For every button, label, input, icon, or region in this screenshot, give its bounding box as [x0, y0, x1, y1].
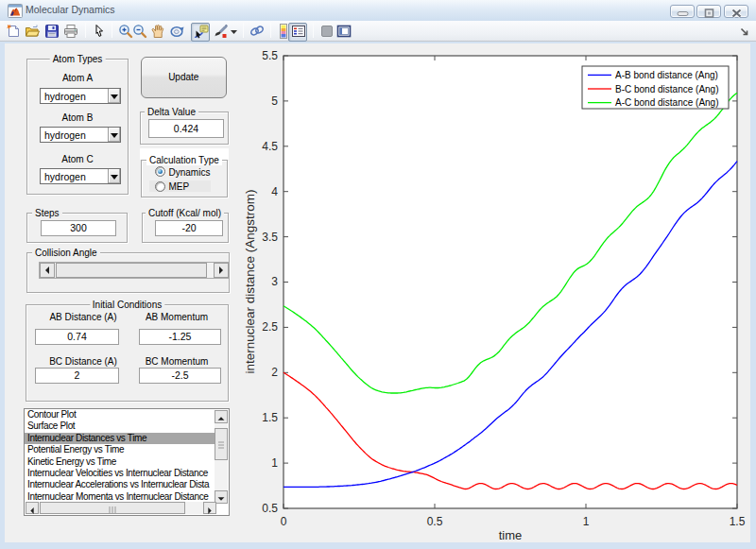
- svg-text:1.5: 1.5: [262, 411, 278, 424]
- svg-text:1.5: 1.5: [730, 515, 746, 528]
- svg-text:0: 0: [281, 515, 287, 528]
- svg-text:3: 3: [271, 275, 278, 288]
- svg-text:A-C bond distance (Ang): A-C bond distance (Ang): [615, 97, 719, 108]
- svg-text:4.5: 4.5: [262, 140, 278, 153]
- svg-text:2: 2: [271, 366, 278, 379]
- svg-text:time: time: [499, 528, 523, 542]
- svg-text:2.5: 2.5: [262, 320, 278, 334]
- svg-text:A-B bond distance (Ang): A-B bond distance (Ang): [615, 70, 718, 80]
- svg-text:3.5: 3.5: [262, 231, 278, 244]
- svg-text:4: 4: [271, 185, 278, 198]
- svg-text:5.5: 5.5: [262, 49, 278, 62]
- svg-text:5: 5: [271, 94, 278, 108]
- svg-text:0.5: 0.5: [262, 502, 278, 515]
- svg-text:1: 1: [583, 515, 590, 528]
- svg-text:internuclear distance (Angstro: internuclear distance (Angstrom): [243, 189, 257, 373]
- svg-text:0.5: 0.5: [427, 515, 443, 528]
- svg-text:B-C bond distance (Ang): B-C bond distance (Ang): [615, 84, 719, 94]
- svg-text:1: 1: [271, 456, 278, 470]
